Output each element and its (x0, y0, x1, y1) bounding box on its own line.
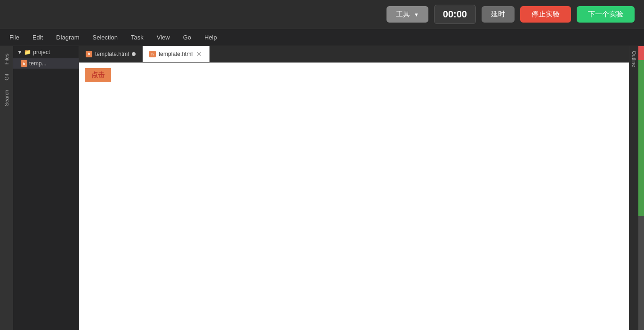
menu-item-help[interactable]: Help (199, 32, 223, 43)
dropdown-arrow-icon: ▼ (414, 12, 419, 17)
sidebar-item-files[interactable]: Files (2, 50, 11, 68)
html-file-icon: h (21, 60, 27, 67)
stop-button[interactable]: 停止实验 (520, 6, 571, 23)
sidebar-item-search[interactable]: Search (2, 86, 11, 110)
menu-item-file[interactable]: File (4, 32, 25, 43)
file-tree-item-template[interactable]: h temp... (13, 58, 79, 69)
file-tree-header[interactable]: ▼ 📁 project (13, 46, 79, 58)
tab-label-1: template.html (95, 51, 129, 57)
click-button[interactable]: 点击 (85, 68, 111, 82)
tab-template-2[interactable]: h template.html ✕ (143, 46, 210, 62)
sidebar-icons: Files Git Search (0, 46, 13, 330)
tool-button[interactable]: 工具 ▼ (386, 6, 428, 23)
scrollbar-strip[interactable] (638, 46, 644, 330)
tab-close-button[interactable]: ✕ (195, 50, 203, 58)
top-toolbar: 工具 ▼ 00:00 延时 停止实验 下一个实验 (0, 0, 644, 29)
unsaved-dot-1 (132, 52, 136, 56)
project-label: project (33, 49, 50, 55)
outline-panel: Outline (629, 46, 638, 330)
editor-area: h template.html h template.html ✕ 点击 (79, 46, 629, 330)
editor-content: 点击 (79, 63, 629, 330)
tab-file-icon-2: h (149, 51, 156, 57)
tab-label-2: template.html (159, 51, 193, 57)
folder-icon: ▼ 📁 (17, 49, 31, 55)
file-label: temp... (29, 60, 47, 67)
tab-bar: h template.html h template.html ✕ (79, 46, 629, 63)
delay-button[interactable]: 延时 (482, 6, 515, 23)
file-tree: ▼ 📁 project h temp... (13, 46, 79, 330)
tab-template-1[interactable]: h template.html (79, 46, 143, 62)
timer-display: 00:00 (434, 5, 476, 24)
menu-item-go[interactable]: Go (177, 32, 197, 43)
menu-item-view[interactable]: View (151, 32, 176, 43)
tab-file-icon-1: h (86, 51, 92, 57)
next-button[interactable]: 下一个实验 (577, 6, 635, 23)
main-layout: Files Git Search ▼ 📁 project h temp... h… (0, 46, 644, 330)
tool-label: 工具 (396, 10, 410, 19)
outline-label[interactable]: Outline (631, 51, 637, 67)
menu-item-edit[interactable]: Edit (27, 32, 48, 43)
menu-item-selection[interactable]: Selection (87, 32, 123, 43)
menu-item-task[interactable]: Task (125, 32, 149, 43)
menu-item-diagram[interactable]: Diagram (50, 32, 85, 43)
menu-bar: File Edit Diagram Selection Task View Go… (0, 29, 644, 46)
sidebar-item-git[interactable]: Git (2, 70, 11, 84)
